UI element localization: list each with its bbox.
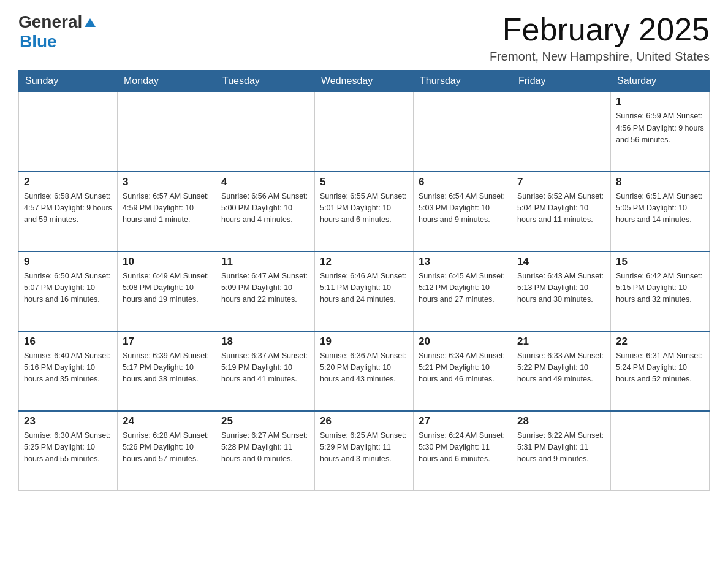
logo-blue-text: Blue [20, 32, 57, 52]
calendar-header-row: Sunday Monday Tuesday Wednesday Thursday… [19, 71, 710, 92]
day-info: Sunrise: 6:56 AM Sunset: 5:00 PM Dayligh… [221, 191, 309, 226]
calendar-week-row: 9Sunrise: 6:50 AM Sunset: 5:07 PM Daylig… [19, 251, 710, 331]
logo-triangle-icon [83, 16, 97, 29]
logo: General Blue [18, 12, 97, 52]
day-number: 3 [123, 176, 211, 188]
day-number: 15 [616, 256, 704, 268]
day-info: Sunrise: 6:37 AM Sunset: 5:19 PM Dayligh… [221, 350, 309, 386]
table-row: 26Sunrise: 6:25 AM Sunset: 5:29 PM Dayli… [315, 411, 414, 491]
col-sunday: Sunday [19, 71, 118, 92]
table-row: 15Sunrise: 6:42 AM Sunset: 5:15 PM Dayli… [611, 251, 710, 331]
table-row: 10Sunrise: 6:49 AM Sunset: 5:08 PM Dayli… [118, 251, 216, 331]
logo-line1: General [18, 12, 97, 32]
day-number: 13 [419, 256, 507, 268]
col-monday: Monday [118, 71, 216, 92]
day-info: Sunrise: 6:27 AM Sunset: 5:28 PM Dayligh… [221, 430, 309, 465]
day-number: 21 [517, 335, 605, 348]
day-number: 18 [221, 335, 309, 348]
day-info: Sunrise: 6:59 AM Sunset: 4:56 PM Dayligh… [616, 110, 704, 146]
day-number: 12 [320, 256, 408, 268]
day-info: Sunrise: 6:42 AM Sunset: 5:15 PM Dayligh… [616, 270, 704, 306]
day-number: 1 [616, 96, 704, 108]
calendar-week-row: 1Sunrise: 6:59 AM Sunset: 4:56 PM Daylig… [19, 92, 710, 172]
table-row: 12Sunrise: 6:46 AM Sunset: 5:11 PM Dayli… [315, 251, 414, 331]
day-number: 16 [24, 335, 112, 348]
page-header: General Blue February 2025 Fremont, New … [18, 12, 710, 64]
day-info: Sunrise: 6:57 AM Sunset: 4:59 PM Dayligh… [123, 191, 211, 226]
col-saturday: Saturday [611, 71, 710, 92]
table-row [512, 92, 611, 172]
day-info: Sunrise: 6:28 AM Sunset: 5:26 PM Dayligh… [123, 430, 211, 465]
table-row [414, 92, 512, 172]
day-info: Sunrise: 6:52 AM Sunset: 5:04 PM Dayligh… [517, 191, 605, 226]
month-title: February 2025 [490, 12, 710, 47]
table-row [216, 92, 315, 172]
table-row: 9Sunrise: 6:50 AM Sunset: 5:07 PM Daylig… [19, 251, 118, 331]
day-number: 25 [221, 415, 309, 427]
table-row [611, 411, 710, 491]
day-number: 9 [24, 256, 112, 268]
table-row: 16Sunrise: 6:40 AM Sunset: 5:16 PM Dayli… [19, 331, 118, 411]
day-info: Sunrise: 6:22 AM Sunset: 5:31 PM Dayligh… [517, 430, 605, 465]
day-info: Sunrise: 6:54 AM Sunset: 5:03 PM Dayligh… [419, 191, 507, 226]
table-row: 20Sunrise: 6:34 AM Sunset: 5:21 PM Dayli… [414, 331, 512, 411]
table-row: 1Sunrise: 6:59 AM Sunset: 4:56 PM Daylig… [611, 92, 710, 172]
day-number: 20 [419, 335, 507, 348]
table-row: 7Sunrise: 6:52 AM Sunset: 5:04 PM Daylig… [512, 172, 611, 251]
day-number: 14 [517, 256, 605, 268]
day-info: Sunrise: 6:43 AM Sunset: 5:13 PM Dayligh… [517, 270, 605, 306]
location-subtitle: Fremont, New Hampshire, United States [490, 50, 710, 64]
table-row: 5Sunrise: 6:55 AM Sunset: 5:01 PM Daylig… [315, 172, 414, 251]
title-section: February 2025 Fremont, New Hampshire, Un… [490, 12, 710, 64]
table-row: 14Sunrise: 6:43 AM Sunset: 5:13 PM Dayli… [512, 251, 611, 331]
day-number: 11 [221, 256, 309, 268]
day-info: Sunrise: 6:36 AM Sunset: 5:20 PM Dayligh… [320, 350, 408, 386]
day-number: 27 [419, 415, 507, 427]
col-tuesday: Tuesday [216, 71, 315, 92]
day-info: Sunrise: 6:25 AM Sunset: 5:29 PM Dayligh… [320, 430, 408, 465]
day-info: Sunrise: 6:47 AM Sunset: 5:09 PM Dayligh… [221, 270, 309, 306]
day-number: 2 [24, 176, 112, 188]
day-number: 26 [320, 415, 408, 427]
day-info: Sunrise: 6:46 AM Sunset: 5:11 PM Dayligh… [320, 270, 408, 306]
svg-marker-0 [85, 18, 96, 27]
day-info: Sunrise: 6:34 AM Sunset: 5:21 PM Dayligh… [419, 350, 507, 386]
logo-general-text: General [18, 12, 82, 32]
day-info: Sunrise: 6:31 AM Sunset: 5:24 PM Dayligh… [616, 350, 704, 386]
table-row: 22Sunrise: 6:31 AM Sunset: 5:24 PM Dayli… [611, 331, 710, 411]
day-number: 23 [24, 415, 112, 427]
table-row: 25Sunrise: 6:27 AM Sunset: 5:28 PM Dayli… [216, 411, 315, 491]
day-info: Sunrise: 6:49 AM Sunset: 5:08 PM Dayligh… [123, 270, 211, 306]
table-row: 18Sunrise: 6:37 AM Sunset: 5:19 PM Dayli… [216, 331, 315, 411]
table-row: 27Sunrise: 6:24 AM Sunset: 5:30 PM Dayli… [414, 411, 512, 491]
table-row: 23Sunrise: 6:30 AM Sunset: 5:25 PM Dayli… [19, 411, 118, 491]
day-info: Sunrise: 6:58 AM Sunset: 4:57 PM Dayligh… [24, 191, 112, 226]
table-row: 17Sunrise: 6:39 AM Sunset: 5:17 PM Dayli… [118, 331, 216, 411]
table-row [315, 92, 414, 172]
table-row: 6Sunrise: 6:54 AM Sunset: 5:03 PM Daylig… [414, 172, 512, 251]
table-row: 21Sunrise: 6:33 AM Sunset: 5:22 PM Dayli… [512, 331, 611, 411]
day-info: Sunrise: 6:51 AM Sunset: 5:05 PM Dayligh… [616, 191, 704, 226]
day-info: Sunrise: 6:30 AM Sunset: 5:25 PM Dayligh… [24, 430, 112, 465]
table-row: 11Sunrise: 6:47 AM Sunset: 5:09 PM Dayli… [216, 251, 315, 331]
day-number: 10 [123, 256, 211, 268]
day-info: Sunrise: 6:33 AM Sunset: 5:22 PM Dayligh… [517, 350, 605, 386]
day-number: 19 [320, 335, 408, 348]
day-info: Sunrise: 6:55 AM Sunset: 5:01 PM Dayligh… [320, 191, 408, 226]
table-row: 3Sunrise: 6:57 AM Sunset: 4:59 PM Daylig… [118, 172, 216, 251]
table-row [118, 92, 216, 172]
table-row [19, 92, 118, 172]
calendar-week-row: 23Sunrise: 6:30 AM Sunset: 5:25 PM Dayli… [19, 411, 710, 491]
col-friday: Friday [512, 71, 611, 92]
day-number: 24 [123, 415, 211, 427]
table-row: 19Sunrise: 6:36 AM Sunset: 5:20 PM Dayli… [315, 331, 414, 411]
day-info: Sunrise: 6:40 AM Sunset: 5:16 PM Dayligh… [24, 350, 112, 386]
day-info: Sunrise: 6:39 AM Sunset: 5:17 PM Dayligh… [123, 350, 211, 386]
calendar-table: Sunday Monday Tuesday Wednesday Thursday… [18, 70, 710, 491]
calendar-week-row: 2Sunrise: 6:58 AM Sunset: 4:57 PM Daylig… [19, 172, 710, 251]
day-number: 28 [517, 415, 605, 427]
calendar-week-row: 16Sunrise: 6:40 AM Sunset: 5:16 PM Dayli… [19, 331, 710, 411]
day-number: 22 [616, 335, 704, 348]
col-wednesday: Wednesday [315, 71, 414, 92]
day-number: 8 [616, 176, 704, 188]
